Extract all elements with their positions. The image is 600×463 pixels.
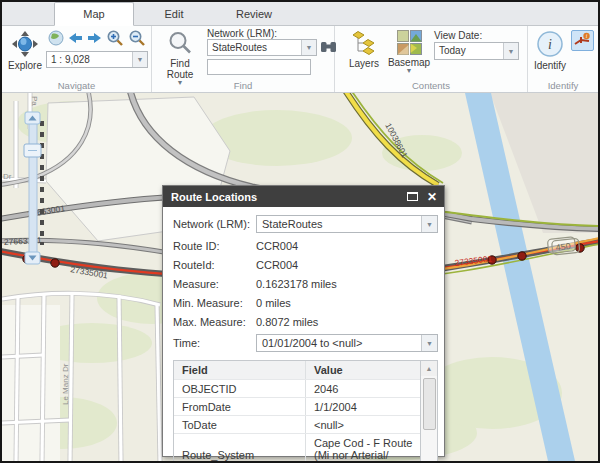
forward-arrow-icon[interactable] xyxy=(86,30,103,48)
field-row-measure: Measure: 0.1623178 miles xyxy=(173,276,438,292)
table-scrollbar[interactable]: ▲ ▼ xyxy=(420,361,437,461)
group-navigate: Explore 1 : 9,028 ▼ Navigate xyxy=(2,26,152,92)
field-row-network: Network (LRM): StateRoutes ▼ xyxy=(173,214,438,234)
table-header-field: Field xyxy=(174,361,306,379)
chevron-down-icon[interactable]: ▼ xyxy=(421,216,437,232)
field-label: Measure: xyxy=(173,278,256,290)
field-row-routeid: RouteId: CCR004 xyxy=(173,257,438,273)
cell-value: Cape Cod - F Route (Mi nor Arterial/ Col… xyxy=(306,434,420,461)
identify-route-locations-toggle[interactable]: i xyxy=(571,30,594,51)
chevron-down-icon[interactable]: ▼ xyxy=(421,335,437,351)
field-value: CCR004 xyxy=(256,259,438,271)
street-label-pa: Pa xyxy=(30,96,39,106)
field-value: 0.1623178 miles xyxy=(256,278,438,290)
cell-value: 1/1/2004 xyxy=(306,398,420,415)
shield-label: 450 xyxy=(555,241,571,253)
network-dropdown[interactable]: StateRoutes ▼ xyxy=(207,39,317,56)
layers-button[interactable]: Layers xyxy=(344,30,384,69)
find-route-icon xyxy=(167,30,193,58)
ribbon: Explore 1 : 9,028 ▼ Navigate xyxy=(2,26,598,93)
maximize-icon[interactable] xyxy=(407,192,418,201)
table-row[interactable]: OBJECTID 2046 xyxy=(174,379,420,397)
scroll-up-icon[interactable]: ▲ xyxy=(421,361,437,376)
network-lrm-label: Network (LRM): xyxy=(207,28,277,39)
field-label: Network (LRM): xyxy=(173,218,256,230)
field-value: 0 miles xyxy=(256,297,438,309)
identify-label: Identify xyxy=(534,61,566,71)
group-label-find: Find xyxy=(152,80,334,91)
layers-label: Layers xyxy=(349,59,379,69)
ribbon-tab-bar: Map Edit Review xyxy=(2,2,598,26)
group-label-identify: Identify xyxy=(528,80,598,91)
field-label: Min. Measure: xyxy=(173,297,256,309)
field-row-time: Time: 01/01/2004 to <null> ▼ xyxy=(173,333,438,353)
field-label: Max. Measure: xyxy=(173,316,256,328)
explore-button[interactable]: Explore xyxy=(5,30,45,71)
field-value: 0.8072 miles xyxy=(256,316,438,328)
cell-field: ToDate xyxy=(174,416,306,433)
scale-value: 1 : 9,028 xyxy=(47,52,132,67)
dialog-title-bar[interactable]: Route Locations ✕ xyxy=(163,186,444,207)
chevron-down-icon: ▼ xyxy=(406,68,413,74)
group-label-navigate: Navigate xyxy=(2,80,151,91)
tab-review[interactable]: Review xyxy=(214,2,294,25)
table-row[interactable]: ToDate <null> xyxy=(174,415,420,433)
dialog-body: Network (LRM): StateRoutes ▼ Route ID: C… xyxy=(163,207,444,461)
slider-track[interactable] xyxy=(29,123,37,253)
identify-icon: i xyxy=(536,30,564,60)
street-label-dr: Dr xyxy=(3,172,12,181)
back-arrow-icon[interactable] xyxy=(67,30,84,48)
field-row-route-id: Route ID: CCR004 xyxy=(173,238,438,254)
zoom-out-icon[interactable] xyxy=(128,29,146,49)
map-open-block xyxy=(2,305,60,461)
route-input[interactable] xyxy=(207,59,311,75)
binoculars-icon[interactable] xyxy=(321,40,336,56)
table-row[interactable]: Route_System Cape Cod - F Route (Mi nor … xyxy=(174,433,420,461)
field-label: RouteId: xyxy=(173,259,256,271)
table-header-value: Value xyxy=(306,361,420,379)
street-label-le-manz-dr: Le Manz Dr xyxy=(61,363,70,405)
svg-text:i: i xyxy=(548,37,552,52)
explore-label: Explore xyxy=(8,61,42,71)
network-lrm-value: StateRoutes xyxy=(257,216,421,232)
group-identify: i Identify i Identify xyxy=(528,26,598,92)
basemap-icon xyxy=(397,30,422,57)
network-value: StateRoutes xyxy=(208,40,301,55)
scale-dropdown[interactable]: 1 : 9,028 ▼ xyxy=(46,51,148,68)
find-route-button[interactable]: Find Route ▼ xyxy=(158,30,202,86)
table-row[interactable]: FromDate 1/1/2004 xyxy=(174,397,420,415)
cell-value: <null> xyxy=(306,416,420,433)
view-date-dropdown[interactable]: Today ▼ xyxy=(434,42,519,60)
cell-field: FromDate xyxy=(174,398,306,415)
close-icon[interactable]: ✕ xyxy=(427,192,437,202)
field-row-max-measure: Max. Measure: 0.8072 miles xyxy=(173,314,438,330)
chevron-down-icon[interactable]: ▼ xyxy=(503,43,518,59)
application-window: Map Edit Review Explore xyxy=(0,0,600,463)
scrollbar-thumb[interactable] xyxy=(423,378,436,430)
layers-icon xyxy=(351,30,378,58)
time-dropdown[interactable]: 01/01/2004 to <null> ▼ xyxy=(256,334,438,352)
tab-edit[interactable]: Edit xyxy=(134,2,214,25)
view-date-label: View Date: xyxy=(434,30,482,41)
group-find: Find Route ▼ Network (LRM): StateRoutes … xyxy=(152,26,335,92)
identify-button[interactable]: i Identify xyxy=(531,30,569,71)
map-canvas[interactable]: 450 27663001 27663101 27335001 27335001 … xyxy=(2,93,598,461)
field-row-min-measure: Min. Measure: 0 miles xyxy=(173,295,438,311)
field-value: CCR004 xyxy=(256,240,438,252)
network-lrm-dropdown[interactable]: StateRoutes ▼ xyxy=(256,215,438,233)
view-date-value: Today xyxy=(435,43,503,59)
group-contents: Layers Basemap ▼ View Date xyxy=(335,26,528,92)
tab-map[interactable]: Map xyxy=(54,2,134,26)
chevron-down-icon[interactable]: ▼ xyxy=(301,40,316,55)
route-locations-dialog: Route Locations ✕ Network (LRM): StateRo… xyxy=(162,185,445,457)
cell-field: OBJECTID xyxy=(174,380,306,397)
globe-icon[interactable] xyxy=(48,30,64,48)
identify-route-icon: i xyxy=(574,32,591,49)
dialog-title: Route Locations xyxy=(171,191,257,203)
field-label: Route ID: xyxy=(173,240,256,252)
zoom-in-icon[interactable] xyxy=(106,29,124,49)
basemap-button[interactable]: Basemap ▼ xyxy=(386,30,432,74)
table-header-row: Field Value xyxy=(174,361,420,379)
chevron-down-icon[interactable]: ▼ xyxy=(132,52,147,67)
find-route-label-line1: Find xyxy=(170,59,189,69)
